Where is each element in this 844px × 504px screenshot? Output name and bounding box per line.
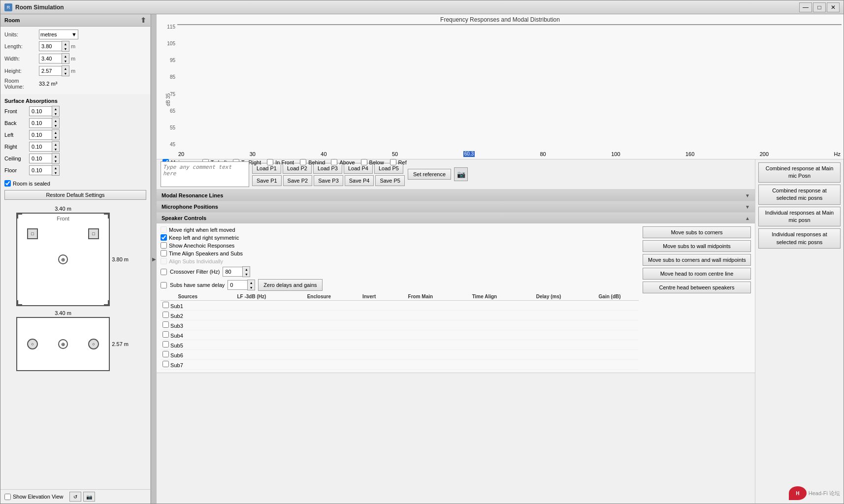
legend-below: Below <box>361 159 384 165</box>
move-subs-midpoints-button[interactable]: Move subs to wall midpoints <box>643 240 751 252</box>
legend-infront-checkbox[interactable] <box>267 159 273 165</box>
height-up[interactable]: ▲ <box>62 66 69 71</box>
centre-head-speakers-button[interactable]: Centre head between speakers <box>643 282 751 293</box>
sub7-checkbox[interactable] <box>162 361 169 367</box>
sub1-checkbox[interactable] <box>162 302 169 308</box>
microphone-label: Microphone Positions <box>162 204 218 210</box>
y-label-65: 65 <box>170 108 175 114</box>
crossover-input[interactable]: ▲ ▼ <box>223 266 250 277</box>
set-reference-button[interactable]: Set reference <box>408 169 451 180</box>
legend-above-checkbox[interactable] <box>331 159 337 165</box>
freq-marker-label-1: 48.1 <box>266 24 277 25</box>
chart-legend: Main To Left To Right In Front <box>159 157 842 167</box>
microphone-header[interactable]: Microphone Positions ▼ <box>157 201 755 212</box>
zero-delays-button[interactable]: Zero delays and gains <box>258 279 322 291</box>
length-up[interactable]: ▲ <box>62 41 69 46</box>
individual-response-main-button[interactable]: Individual responses at Main mic posn <box>758 207 841 227</box>
move-subs-corners-button[interactable]: Move subs to corners <box>643 226 751 238</box>
delay-up[interactable]: ▲ <box>248 280 255 285</box>
units-select[interactable]: metres ▼ <box>39 30 78 39</box>
chart-plot[interactable]: 48.1 <box>177 24 842 25</box>
collapse-icon[interactable]: ⬆ <box>140 16 146 24</box>
move-subs-corners-midpoints-button[interactable]: Move subs to corners and wall midpoints <box>643 254 751 266</box>
length-down[interactable]: ▼ <box>62 46 69 51</box>
save-p4-button[interactable]: Save P4 <box>345 175 374 186</box>
length-input[interactable]: ▲ ▼ <box>39 41 69 52</box>
sub1-label: Sub1 <box>170 303 183 309</box>
floor-down[interactable]: ▼ <box>52 170 59 175</box>
back-down[interactable]: ▼ <box>52 123 59 128</box>
back-value[interactable] <box>29 118 52 128</box>
ceiling-up[interactable]: ▲ <box>52 154 59 158</box>
front-value[interactable] <box>29 106 52 116</box>
individual-response-selected-button[interactable]: Individual responses at selected mic pos… <box>758 228 841 249</box>
sub3-checkbox[interactable] <box>162 321 169 328</box>
width-input[interactable]: ▲ ▼ <box>39 53 69 64</box>
height-down[interactable]: ▼ <box>62 71 69 76</box>
align-subs-checkbox[interactable] <box>161 258 167 264</box>
width-value[interactable] <box>39 54 62 63</box>
speaker-header[interactable]: Speaker Controls ▲ <box>157 213 755 223</box>
left-panel: Room ⬆ Units: metres ▼ Length: <box>0 14 151 504</box>
crossover-value[interactable] <box>223 267 242 277</box>
right-speaker-side: ○ <box>88 339 99 349</box>
length-value[interactable] <box>39 41 62 51</box>
legend-behind-checkbox[interactable] <box>300 159 306 165</box>
right-surface: Right ▲ ▼ <box>4 141 146 152</box>
comment-textarea[interactable] <box>161 161 249 187</box>
left-up[interactable]: ▲ <box>52 130 59 135</box>
width-down[interactable]: ▼ <box>62 59 69 63</box>
move-right-checkbox[interactable] <box>161 226 167 233</box>
crossover-checkbox[interactable] <box>161 269 167 275</box>
left-down[interactable]: ▼ <box>52 135 59 140</box>
restore-defaults-button[interactable]: Restore Default Settings <box>4 190 146 200</box>
delay-down[interactable]: ▼ <box>248 285 255 290</box>
hz-unit-label: Hz <box>834 151 840 157</box>
move-head-centre-button[interactable]: Move head to room centre line <box>643 268 751 280</box>
ceiling-value[interactable] <box>29 154 52 163</box>
front-down[interactable]: ▼ <box>52 111 59 116</box>
legend-ref-checkbox[interactable] <box>390 159 396 165</box>
legend-below-checkbox[interactable] <box>361 159 367 165</box>
height-value[interactable] <box>39 66 62 76</box>
save-p2-button[interactable]: Save P2 <box>283 175 313 186</box>
crossover-down[interactable]: ▼ <box>243 272 250 277</box>
back-up[interactable]: ▲ <box>52 118 59 123</box>
time-align-checkbox[interactable] <box>161 250 167 256</box>
sealed-checkbox[interactable] <box>4 180 11 187</box>
right-value[interactable] <box>29 142 52 152</box>
sub5-checkbox[interactable] <box>162 341 169 347</box>
floor-up[interactable]: ▲ <box>52 165 59 170</box>
height-input[interactable]: ▲ ▼ <box>39 65 69 76</box>
crossover-up[interactable]: ▲ <box>243 267 250 272</box>
sub6-checkbox[interactable] <box>162 351 169 357</box>
camera-button[interactable]: 📷 <box>454 167 468 181</box>
save-p3-button[interactable]: Save P3 <box>314 175 343 186</box>
combined-response-selected-button[interactable]: Combined response at selected mic posns <box>758 185 841 205</box>
keep-symmetric-checkbox[interactable] <box>161 234 167 241</box>
left-value[interactable] <box>29 130 52 140</box>
maximize-button[interactable]: □ <box>813 2 826 12</box>
elevation-checkbox[interactable] <box>4 494 11 500</box>
minimize-button[interactable]: — <box>799 2 812 12</box>
save-p5-button[interactable]: Save P5 <box>375 175 405 186</box>
ceiling-down[interactable]: ▼ <box>52 158 59 163</box>
close-button[interactable]: ✕ <box>827 2 840 12</box>
modal-resonance-header[interactable]: Modal Resonance Lines ▼ <box>157 190 755 201</box>
ceiling-label: Ceiling <box>4 156 29 161</box>
width-up[interactable]: ▲ <box>62 54 69 59</box>
front-up[interactable]: ▲ <box>52 106 59 111</box>
floor-value[interactable] <box>29 165 52 175</box>
delay-input-container[interactable]: ▲ ▼ <box>227 280 255 290</box>
sub4-checkbox[interactable] <box>162 331 169 338</box>
subs-delay-checkbox[interactable] <box>161 282 167 288</box>
elevation-reset-icon[interactable]: ↺ <box>69 492 81 502</box>
save-p1-button[interactable]: Save P1 <box>252 175 282 186</box>
right-up[interactable]: ▲ <box>52 142 59 147</box>
panel-collapse-arrow[interactable]: ▶ <box>151 14 157 504</box>
elevation-camera-icon[interactable]: 📷 <box>83 492 95 502</box>
sub2-checkbox[interactable] <box>162 312 169 318</box>
right-down[interactable]: ▼ <box>52 147 59 152</box>
delay-value[interactable] <box>227 280 247 290</box>
anechoic-checkbox[interactable] <box>161 242 167 249</box>
